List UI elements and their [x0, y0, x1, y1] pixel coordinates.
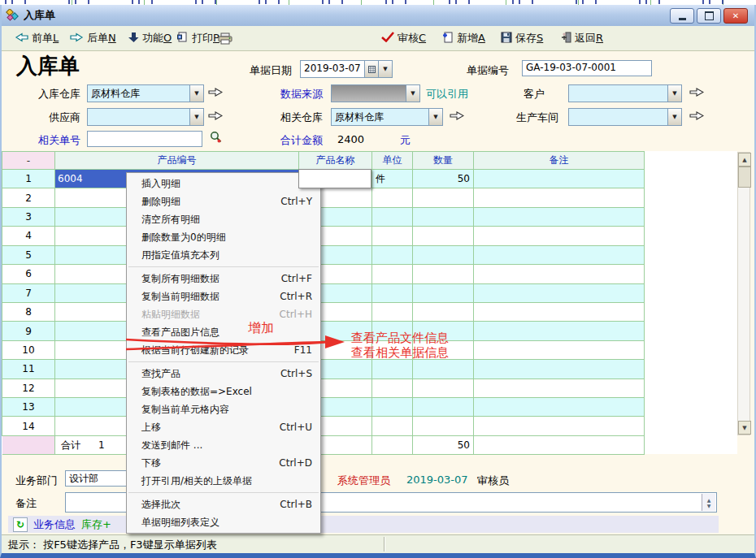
printer-icon[interactable]	[215, 29, 237, 47]
cell-qty[interactable]	[413, 227, 474, 245]
header-code[interactable]: 产品编号	[55, 152, 299, 170]
cell-note[interactable]	[474, 170, 645, 188]
context-menu-item[interactable]: 打开引用/相关的上级单据	[127, 472, 320, 490]
cell-unit[interactable]: 件	[372, 170, 413, 188]
date-dropdown-arrow[interactable]: ▼	[378, 61, 392, 77]
cell-num[interactable]: 5	[2, 246, 55, 265]
minimize-button[interactable]	[670, 8, 694, 24]
cell-note[interactable]	[474, 379, 645, 398]
cell-num[interactable]: 10	[2, 341, 55, 360]
chevron-down-icon[interactable]: ▼	[406, 85, 419, 102]
related-warehouse-combo[interactable]: 原材料仓库 ▼	[331, 108, 443, 126]
cell-note[interactable]	[474, 246, 645, 265]
cell-num[interactable]: 3	[2, 208, 55, 227]
context-menu-item[interactable]: 选择批次Ctrl+B	[127, 495, 320, 513]
table-row[interactable]: 12	[2, 379, 645, 398]
workshop-combo[interactable]: ▼	[568, 108, 682, 126]
chevron-down-icon[interactable]: ▼	[667, 85, 681, 102]
cell-note[interactable]	[474, 322, 645, 340]
table-row[interactable]: 6	[2, 265, 645, 283]
cell-note[interactable]	[474, 398, 645, 417]
search-doc-icon[interactable]	[209, 131, 223, 147]
supplier-combo[interactable]: ▼	[87, 108, 204, 126]
context-menu-item[interactable]: 删除明细Ctrl+Y	[127, 192, 320, 210]
cell-unit[interactable]	[372, 227, 413, 245]
chevron-down-icon[interactable]: ▼	[428, 109, 442, 125]
pick-workshop-hand-icon[interactable]	[689, 110, 704, 121]
chevron-down-icon[interactable]: ▼	[189, 85, 203, 102]
cell-unit[interactable]	[372, 417, 413, 435]
related-docno-input[interactable]	[87, 131, 202, 147]
table-row[interactable]: 13	[2, 398, 645, 417]
prev-doc-button[interactable]: 前单L	[11, 29, 62, 47]
cell-qty[interactable]	[413, 246, 474, 265]
table-row[interactable]: 4	[2, 227, 645, 245]
cell-num[interactable]: 11	[2, 360, 55, 378]
cell-num[interactable]: 8	[2, 303, 55, 322]
cell-note[interactable]	[474, 188, 645, 207]
cell-num[interactable]: 14	[2, 417, 55, 435]
functions-button[interactable]: 功能O	[125, 29, 175, 47]
context-menu-item[interactable]: 复制表格的数据=>Excel	[127, 383, 320, 400]
header-qty[interactable]: 数量	[413, 152, 474, 170]
calendar-icon[interactable]	[364, 61, 378, 77]
pick-supplier-hand-icon[interactable]	[208, 110, 223, 121]
cell-qty[interactable]	[413, 379, 474, 398]
date-field[interactable]: 2019-03-07 ▼	[300, 60, 393, 78]
context-menu-item[interactable]: 复制所有明细数据Ctrl+F	[127, 270, 320, 288]
context-menu-item[interactable]: 复制当前单元格内容	[127, 400, 320, 418]
scroll-up-icon[interactable]: ▲	[738, 153, 751, 167]
customer-combo[interactable]: ▼	[568, 84, 682, 102]
context-menu-item[interactable]: 单据明细列表定义	[127, 513, 320, 531]
save-button[interactable]: 保存S	[497, 29, 546, 47]
cell-unit[interactable]	[372, 265, 413, 283]
cell-note[interactable]	[474, 303, 645, 322]
cell-unit[interactable]	[372, 398, 413, 417]
cell-note[interactable]	[474, 284, 645, 303]
cell-unit[interactable]	[372, 360, 413, 378]
context-menu-item[interactable]: 发送到邮件 ...	[127, 436, 320, 454]
context-menu-item[interactable]: 清空所有明细	[127, 210, 320, 228]
cell-qty[interactable]	[413, 417, 474, 435]
cell-num[interactable]: 13	[2, 398, 55, 417]
pick-customer-hand-icon[interactable]	[689, 87, 704, 97]
chevron-down-icon[interactable]: ▼	[189, 109, 203, 125]
context-menu-item[interactable]: 插入明细	[127, 175, 320, 192]
cell-editor-box[interactable]	[298, 169, 371, 188]
cell-note[interactable]	[474, 341, 645, 360]
chevron-down-icon[interactable]: ▼	[667, 109, 681, 125]
header-unit[interactable]: 单位	[372, 152, 413, 170]
docno-input[interactable]: GA-19-03-07-0001	[522, 60, 652, 76]
cell-unit[interactable]	[372, 379, 413, 398]
cell-unit[interactable]	[372, 284, 413, 303]
maximize-button[interactable]	[697, 8, 721, 24]
cell-note[interactable]	[474, 208, 645, 227]
context-menu-item[interactable]: 用指定值填充本列	[127, 246, 320, 264]
cell-qty[interactable]	[413, 188, 474, 207]
cell-num[interactable]: 4	[2, 227, 55, 245]
table-row[interactable]: 14	[2, 417, 645, 435]
cell-num[interactable]: 1	[2, 170, 55, 188]
cell-unit[interactable]	[372, 303, 413, 322]
header-note[interactable]: 备注	[474, 152, 645, 170]
remark-spinner[interactable]: ▲ ▼	[702, 494, 715, 511]
cell-qty[interactable]: 50	[413, 170, 474, 188]
cell-num[interactable]: 6	[2, 265, 55, 283]
table-row[interactable]: 3	[2, 208, 645, 227]
table-row[interactable]: 5	[2, 246, 645, 265]
next-doc-button[interactable]: 后单N	[67, 29, 119, 47]
cell-qty[interactable]	[413, 360, 474, 378]
scroll-down-icon[interactable]: ▼	[738, 421, 751, 435]
table-row[interactable]: 2	[2, 188, 645, 207]
context-menu-item[interactable]: 复制当前明细数据Ctrl+R	[127, 288, 320, 305]
close-button[interactable]: ✕	[723, 8, 748, 24]
cell-note[interactable]	[474, 417, 645, 435]
cell-num[interactable]: 2	[2, 188, 55, 207]
cell-num[interactable]: 9	[2, 322, 55, 340]
pick-related-warehouse-hand-icon[interactable]	[450, 110, 464, 121]
cell-num[interactable]: 12	[2, 379, 55, 398]
cell-note[interactable]	[474, 265, 645, 283]
scrollbar-thumb[interactable]	[738, 167, 751, 188]
new-button[interactable]: 新增A	[439, 29, 489, 47]
warehouse-combo[interactable]: 原材料仓库 ▼	[87, 84, 204, 102]
